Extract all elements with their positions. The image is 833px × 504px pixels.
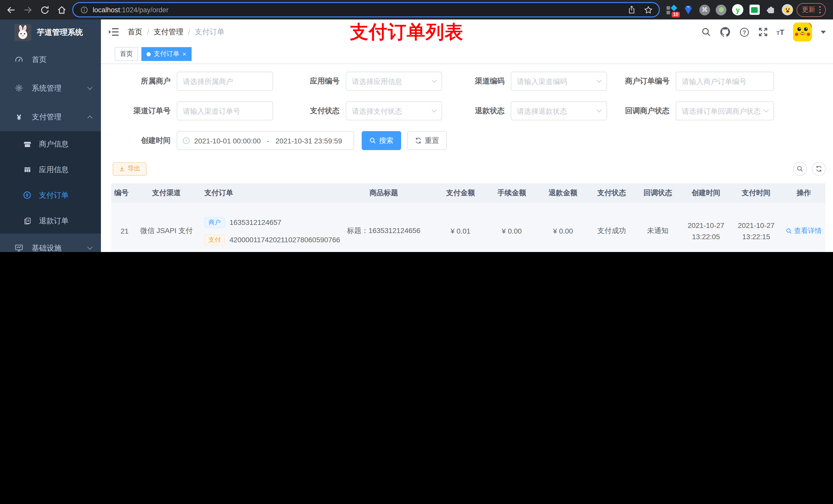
sidebar-menu: 首页 系统管理 ¥ 支付管理 商户信息 应用信息 — [0, 45, 101, 252]
search-button[interactable]: 搜索 — [362, 131, 401, 150]
actions-cell: 查看详情 — [781, 226, 826, 236]
reset-button[interactable]: 重置 — [407, 131, 447, 150]
fee-amount: ¥ 0.00 — [486, 227, 538, 235]
breadcrumb: 首页 / 支付管理 / 支付订单 — [127, 27, 224, 37]
merchant-input[interactable] — [177, 72, 273, 91]
product-title: 标题：1635312124656 — [332, 226, 435, 236]
table-body: 21 微信 JSAPI 支付 商户 1635312124657 支付 42000… — [111, 203, 825, 252]
extension-icon-5[interactable]: y — [732, 4, 743, 15]
paid-time-cell: 2021-10-2713:22:15 — [731, 220, 781, 242]
profile-emoji-icon[interactable] — [782, 4, 793, 15]
main-area: 首页 / 支付管理 / 支付订单 支付订单列表 ? TT 首页 支付订单 — [101, 20, 833, 252]
app-title: 芋道管理系统 — [37, 27, 83, 37]
chevron-down-icon — [432, 78, 437, 83]
extension-badge: 10 — [672, 11, 680, 17]
filter-merchant-order-no: 商户订单编号 — [615, 72, 787, 91]
app-select[interactable] — [346, 72, 442, 91]
export-button[interactable]: 导出 — [113, 162, 146, 175]
chevron-up-icon — [87, 115, 93, 120]
filter-form: 所属商户 应用编号 渠道编码 商户订单编号 渠道订单号 — [101, 64, 833, 120]
channel-code-select[interactable] — [511, 72, 607, 91]
clock-icon — [182, 137, 190, 144]
sidebar-item-pay[interactable]: ¥ 支付管理 — [0, 102, 101, 131]
reload-icon[interactable] — [40, 5, 50, 15]
view-detail-link[interactable]: 查看详情 — [786, 226, 822, 236]
breadcrumb-current: 支付订单 — [195, 27, 224, 37]
font-size-icon[interactable]: TT — [777, 28, 784, 36]
extension-icon-3[interactable]: ⌘ — [699, 4, 710, 15]
chevron-down-icon — [764, 107, 769, 113]
screen: localhost:1024/pay/order 10 ⌘ y 更新 — [0, 0, 833, 252]
sidebar-item-refund-order[interactable]: 退款订单 — [0, 208, 101, 234]
app-logo-row[interactable]: 芋道管理系统 — [0, 20, 101, 45]
tab-pay-order[interactable]: 支付订单 × — [141, 47, 191, 61]
svg-text:?: ? — [743, 29, 746, 35]
active-dot — [146, 52, 151, 56]
extension-icon-2[interactable] — [683, 4, 694, 15]
yen-icon: ¥ — [15, 113, 23, 121]
shop-icon — [23, 140, 31, 148]
sidebar-item-merchant-info[interactable]: 商户信息 — [0, 131, 101, 157]
notify-status-select[interactable] — [676, 101, 774, 120]
url-bar[interactable]: localhost:1024/pay/order — [72, 2, 660, 18]
sidebar-item-system[interactable]: 系统管理 — [0, 74, 101, 102]
filter-channel-code: 渠道编码 — [450, 72, 615, 91]
bookmark-star-icon[interactable] — [644, 5, 653, 14]
back-icon[interactable] — [6, 5, 16, 15]
gear-icon — [15, 84, 23, 92]
sidebar-item-app-info[interactable]: 应用信息 — [0, 157, 101, 182]
sidebar-item-pay-order[interactable]: ¥ 支付订单 — [0, 182, 101, 208]
refresh-table-button[interactable] — [812, 162, 826, 176]
sidebar: 芋道管理系统 首页 系统管理 ¥ 支付管理 商户信息 — [0, 20, 101, 252]
collapse-sidebar-icon[interactable] — [109, 28, 119, 37]
page-title-annotation: 支付订单列表 — [350, 20, 463, 45]
github-icon[interactable] — [719, 27, 730, 38]
table-header: 编号 支付渠道 支付订单 商品标题 支付金额 手续金额 退款金额 支付状态 回调… — [111, 183, 825, 203]
sidebar-item-infrastructure[interactable]: 基础设施 — [0, 234, 101, 252]
col-title: 商品标题 — [332, 189, 435, 198]
dashboard-icon — [15, 55, 23, 64]
extension-icon-6[interactable] — [749, 4, 760, 15]
date-end: 2021-10-31 23:59:59 — [276, 137, 342, 145]
extension-icon-4[interactable] — [716, 4, 727, 15]
home-icon[interactable] — [57, 5, 67, 15]
filter-merchant: 所属商户 — [116, 72, 285, 91]
avatar-dropdown-caret[interactable] — [821, 30, 826, 33]
date-range-picker[interactable]: 2021-10-01 00:00:00 - 2021-10-31 23:59:5… — [177, 131, 354, 150]
sidebar-item-home[interactable]: 首页 — [0, 45, 101, 74]
browser-extensions: 10 ⌘ y — [667, 4, 793, 15]
breadcrumb-pay[interactable]: 支付管理 — [154, 27, 184, 37]
tab-home[interactable]: 首页 — [115, 47, 138, 61]
chevron-down-icon — [87, 245, 93, 250]
filter-channel-order-no: 渠道订单号 — [116, 101, 285, 120]
show-search-toggle-button[interactable] — [793, 162, 807, 176]
tags-view-bar: 首页 支付订单 × — [101, 45, 833, 64]
merchant-tag: 商户 — [205, 217, 225, 228]
user-avatar[interactable] — [793, 23, 812, 42]
refund-status-select[interactable] — [511, 101, 607, 120]
fullscreen-icon[interactable] — [758, 27, 768, 37]
col-amount: 支付金额 — [435, 189, 486, 198]
share-icon[interactable] — [627, 6, 636, 14]
site-info-icon[interactable] — [80, 6, 88, 14]
forward-icon[interactable] — [23, 5, 33, 15]
channel-order-no-input[interactable] — [177, 101, 273, 120]
search-icon[interactable] — [701, 27, 711, 37]
pay-order-cell: 商户 1635312124657 支付 42000011742021102780… — [205, 217, 332, 245]
extension-icon-1[interactable]: 10 — [667, 4, 677, 15]
chevron-down-icon — [87, 85, 93, 90]
col-pay-order: 支付订单 — [205, 189, 332, 198]
pay-submenu: 商户信息 应用信息 ¥ 支付订单 退款订单 — [0, 131, 101, 234]
order-id: 21 — [111, 227, 128, 235]
browser-toolbar: localhost:1024/pay/order 10 ⌘ y 更新 — [0, 0, 833, 20]
app-logo — [14, 24, 31, 41]
browser-update-button[interactable]: 更新 — [796, 3, 826, 17]
help-icon[interactable]: ? — [739, 27, 749, 37]
pay-status-select[interactable] — [346, 101, 442, 120]
browser-menu-icon[interactable] — [819, 6, 821, 13]
close-icon[interactable]: × — [182, 51, 186, 57]
merchant-order-no-input[interactable] — [676, 72, 774, 91]
breadcrumb-home[interactable]: 首页 — [127, 27, 142, 37]
extensions-puzzle-icon[interactable] — [765, 4, 776, 15]
col-id: 编号 — [111, 189, 128, 198]
